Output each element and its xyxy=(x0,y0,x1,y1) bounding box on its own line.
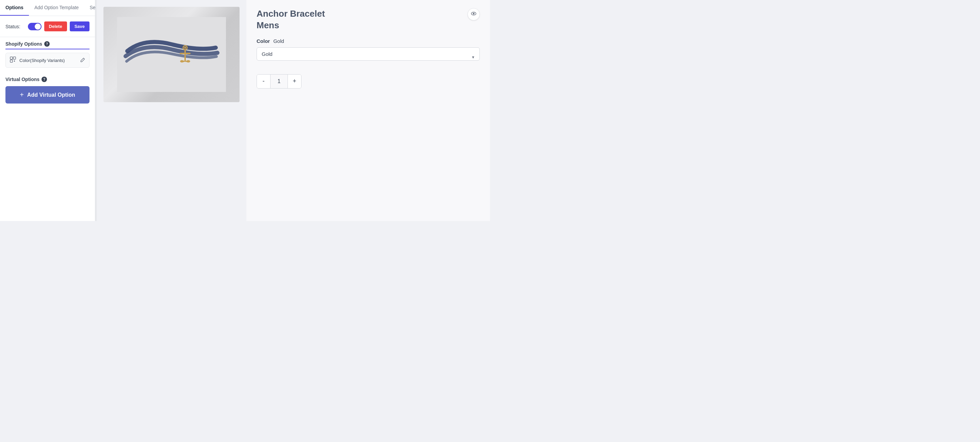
toggle-thumb xyxy=(35,24,41,30)
quantity-value: 1 xyxy=(270,78,288,85)
svg-point-11 xyxy=(473,13,475,14)
option-name: Color(Shopify Variants) xyxy=(19,58,65,63)
svg-rect-1 xyxy=(13,57,16,59)
status-toggle[interactable] xyxy=(28,23,41,30)
color-row: Color Gold xyxy=(256,38,480,44)
virtual-options-section: Virtual Options ? + Add Virtual Option xyxy=(0,74,95,108)
svg-rect-3 xyxy=(14,61,15,62)
option-type-icon xyxy=(10,56,16,64)
svg-rect-0 xyxy=(10,57,13,59)
color-value: Gold xyxy=(273,38,284,44)
edit-option-icon[interactable] xyxy=(80,57,85,63)
status-label: Status: xyxy=(5,24,21,29)
color-select-wrapper: Gold Silver Black xyxy=(256,47,480,67)
shopify-options-help-icon[interactable]: ? xyxy=(44,41,50,47)
tab-add-option-template[interactable]: Add Option Template xyxy=(29,0,84,16)
quantity-decrease-button[interactable]: - xyxy=(257,75,270,88)
delete-button[interactable]: Delete xyxy=(44,21,67,31)
add-virtual-option-button[interactable]: + Add Virtual Option xyxy=(5,86,89,104)
add-virtual-button-label: Add Virtual Option xyxy=(27,92,75,98)
status-actions: Delete Save xyxy=(28,21,89,31)
left-panel-content: Status: Delete Save Shopify Options ? xyxy=(0,16,95,221)
shopify-options-label: Shopify Options xyxy=(5,41,42,47)
color-label: Color xyxy=(256,38,270,44)
shopify-options-section: Shopify Options ? Color(Shopify Var xyxy=(0,37,95,74)
option-item-left: Color(Shopify Variants) xyxy=(10,56,65,64)
status-row: Status: Delete Save xyxy=(0,16,95,37)
tab-options[interactable]: Options xyxy=(0,0,29,16)
shopify-options-header: Shopify Options ? xyxy=(5,41,89,49)
quantity-increase-button[interactable]: + xyxy=(288,75,301,88)
product-title: Anchor Bracelet Mens xyxy=(256,8,345,31)
virtual-options-label: Virtual Options xyxy=(5,77,40,82)
virtual-options-header: Virtual Options ? xyxy=(5,77,89,82)
right-panel: Anchor Bracelet Mens Color Gold Gold Sil… xyxy=(97,0,490,221)
shopify-option-item: Color(Shopify Variants) xyxy=(5,53,89,68)
svg-rect-2 xyxy=(10,60,13,62)
save-button[interactable]: Save xyxy=(70,21,89,31)
product-image xyxy=(103,7,240,102)
product-title-row: Anchor Bracelet Mens xyxy=(256,8,480,31)
color-select[interactable]: Gold Silver Black xyxy=(256,47,480,61)
product-info-area: Anchor Bracelet Mens Color Gold Gold Sil… xyxy=(247,0,490,221)
eye-icon xyxy=(471,11,477,18)
plus-icon: + xyxy=(20,91,24,99)
virtual-options-help-icon[interactable]: ? xyxy=(41,77,47,82)
quantity-stepper: - 1 + xyxy=(256,74,301,89)
toggle-track[interactable] xyxy=(28,23,41,30)
product-image-area xyxy=(97,0,247,221)
left-panel: Options Add Option Template Setting Stat… xyxy=(0,0,95,221)
eye-button[interactable] xyxy=(468,8,480,21)
tabs-container: Options Add Option Template Setting xyxy=(0,0,95,16)
product-image-placeholder xyxy=(103,7,240,102)
svg-point-9 xyxy=(184,47,186,49)
